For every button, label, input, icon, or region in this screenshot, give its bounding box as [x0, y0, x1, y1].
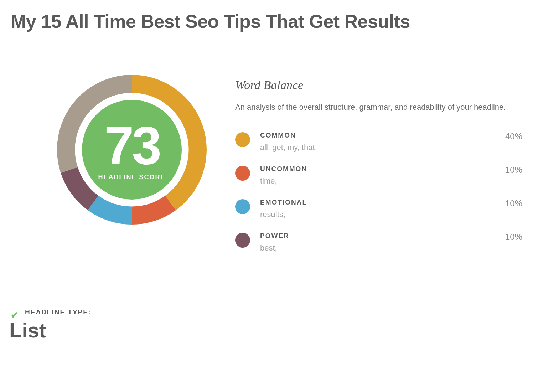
category-dot: [235, 166, 250, 181]
category-words: best,: [260, 243, 498, 253]
category-percent: 40%: [498, 131, 522, 141]
category-words: results,: [260, 210, 498, 219]
category-row: UNCOMMONtime,10%: [235, 165, 522, 186]
category-percent: 10%: [498, 165, 522, 175]
word-balance-title: Word Balance: [235, 78, 522, 92]
headline-type-label: HEADLINE TYPE:: [25, 308, 91, 316]
page-title: My 15 All Time Best Seo Tips That Get Re…: [11, 11, 522, 32]
category-label: COMMON: [260, 131, 498, 139]
score-center: 73 HEADLINE SCORE: [82, 100, 182, 200]
category-row: EMOTIONALresults,10%: [235, 198, 522, 219]
category-row: COMMONall, get, my, that,40%: [235, 131, 522, 152]
headline-score-chart: 73 HEADLINE SCORE: [57, 75, 207, 225]
category-dot: [235, 233, 250, 248]
score-label: HEADLINE SCORE: [98, 174, 165, 181]
category-row: POWERbest,10%: [235, 232, 522, 253]
category-label: POWER: [260, 232, 498, 240]
word-balance-description: An analysis of the overall structure, gr…: [235, 100, 506, 114]
headline-type-value: List: [9, 318, 91, 342]
word-balance-section: Word Balance An analysis of the overall …: [235, 75, 522, 265]
category-percent: 10%: [498, 232, 522, 242]
category-dot: [235, 132, 250, 147]
category-words: all, get, my, that,: [260, 143, 498, 152]
score-value: 73: [104, 119, 160, 172]
category-label: UNCOMMON: [260, 165, 498, 173]
category-dot: [235, 199, 250, 214]
category-percent: 10%: [498, 198, 522, 208]
category-label: EMOTIONAL: [260, 198, 498, 206]
category-words: time,: [260, 176, 498, 186]
headline-type-block: ✔ HEADLINE TYPE: List: [11, 308, 522, 342]
